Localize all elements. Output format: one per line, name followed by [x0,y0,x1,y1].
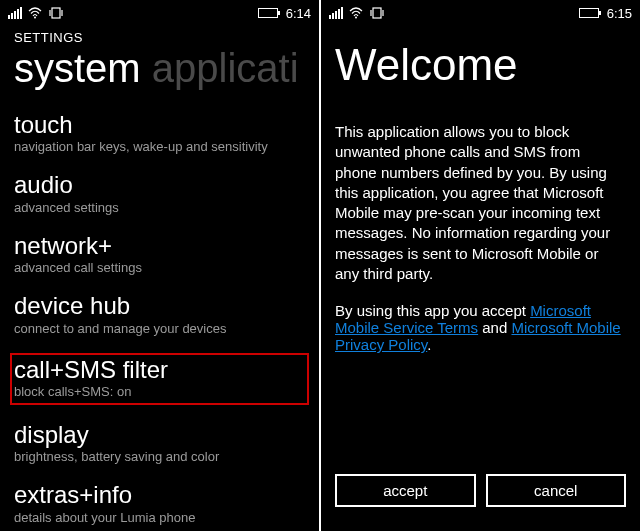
svg-rect-1 [52,8,60,18]
settings-item-display[interactable]: displaybrightness, battery saving and co… [14,421,305,465]
settings-overline: SETTINGS [14,30,305,45]
item-subtitle: block calls+SMS: on [14,384,305,399]
settings-item-audio[interactable]: audioadvanced settings [14,171,305,215]
battery-icon [579,8,599,18]
signal-icon [8,7,22,19]
wifi-icon [349,7,363,19]
clock: 6:14 [286,6,311,21]
settings-item-extras-info[interactable]: extras+infodetails about your Lumia phon… [14,481,305,525]
vibrate-icon [369,7,385,19]
settings-item-touch[interactable]: touchnavigation bar keys, wake-up and se… [14,111,305,155]
item-subtitle: brightness, battery saving and color [14,449,305,464]
status-bar: 6:15 [321,0,640,26]
cancel-button[interactable]: cancel [486,474,627,507]
item-title: touch [14,112,305,138]
item-title: device hub [14,293,305,319]
settings-list[interactable]: touchnavigation bar keys, wake-up and se… [14,111,305,526]
item-title: network+ [14,233,305,259]
svg-rect-5 [373,8,381,18]
item-subtitle: advanced call settings [14,260,305,275]
wifi-icon [28,7,42,19]
pivot-header[interactable]: system applicati [14,47,305,89]
settings-item-network-[interactable]: network+advanced call settings [14,232,305,276]
signal-icon [329,7,343,19]
svg-point-4 [355,17,357,19]
button-row: accept cancel [335,474,626,507]
page-title: Welcome [335,42,626,88]
item-subtitle: details about your Lumia phone [14,510,305,525]
terms-period: . [427,336,431,353]
settings-item-call-sms-filter[interactable]: call+SMS filterblock calls+SMS: on [10,353,309,405]
item-title: call+SMS filter [14,357,305,383]
pivot-system[interactable]: system [14,46,141,90]
settings-item-device-hub[interactable]: device hubconnect to and manage your dev… [14,292,305,336]
status-bar: 6:14 [0,0,319,26]
pivot-applications[interactable]: applicati [152,46,299,90]
welcome-screen: 6:15 Welcome This application allows you… [321,0,640,531]
item-subtitle: connect to and manage your devices [14,321,305,336]
terms-and: and [478,319,511,336]
terms-prefix: By using this app you accept [335,302,530,319]
accept-button[interactable]: accept [335,474,476,507]
item-subtitle: advanced settings [14,200,305,215]
clock: 6:15 [607,6,632,21]
item-title: extras+info [14,482,305,508]
terms-line: By using this app you accept Microsoft M… [335,302,626,353]
battery-icon [258,8,278,18]
item-title: audio [14,172,305,198]
item-subtitle: navigation bar keys, wake-up and sensiti… [14,139,305,154]
welcome-body: This application allows you to block unw… [335,122,626,284]
vibrate-icon [48,7,64,19]
settings-screen: 6:14 SETTINGS system applicati touchnavi… [0,0,319,531]
svg-point-0 [34,17,36,19]
item-title: display [14,422,305,448]
